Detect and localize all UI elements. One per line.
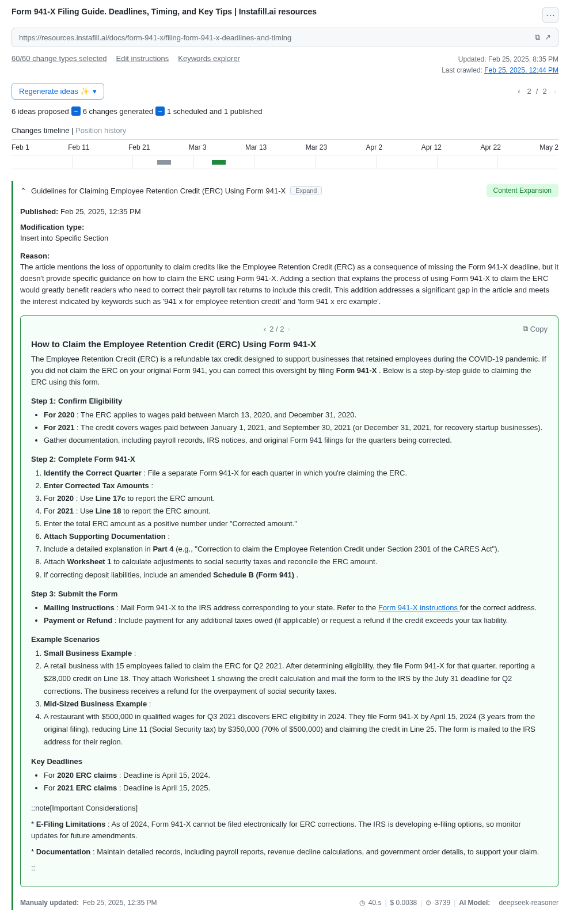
list-item: Identify the Correct Quarter : File a se… [44, 467, 548, 480]
content-heading: How to Claim the Employee Retention Cred… [31, 339, 548, 349]
published-label: Published: [20, 207, 58, 216]
note-item: * E-Filing Limitations : As of 2024, For… [31, 819, 548, 842]
card-title: Guidelines for Claiming Employee Retenti… [31, 187, 286, 195]
timeline-bar [212, 160, 226, 165]
copy-icon: ⧉ [523, 324, 528, 333]
list-item: Attach Worksheet 1 to calculate adjustme… [44, 556, 548, 568]
note-item: * Documentation : Maintain detailed reco… [31, 846, 548, 858]
list-item: Include a detailed explanation in Part 4… [44, 543, 548, 556]
note-close: :: [31, 862, 548, 874]
top-pager: ‹ 2 / 2 › [515, 86, 558, 97]
list-item: For 2021 : The credit covers wages paid … [44, 421, 548, 434]
edit-instructions-link[interactable]: Edit instructions [116, 54, 169, 63]
pager-next-icon[interactable]: › [552, 86, 558, 97]
meta-info: Updated: Feb 25, 2025, 8:35 PM Last craw… [442, 54, 558, 76]
list-item: For 2020 : The ERC applies to wages paid… [44, 409, 548, 421]
modification-type-label: Modification type: [20, 223, 558, 231]
timeline: Feb 1Feb 11Feb 21Mar 3Mar 13Mar 23Apr 2A… [12, 139, 558, 169]
chevron-down-icon: ▾ [93, 87, 97, 96]
list-item: A restaurant with $500,000 in qualified … [44, 710, 548, 748]
arrow-icon: → [155, 107, 165, 116]
idea-card: ⌃ Guidelines for Claiming Employee Reten… [12, 181, 558, 910]
status-row: 6 ideas proposed → 6 changes generated →… [12, 107, 558, 116]
collapse-icon[interactable]: ⌃ [20, 187, 26, 195]
card-footer: Manualy updated: Feb 25, 2025, 12:35 PM … [20, 895, 558, 910]
content-pager-next-icon[interactable]: › [287, 325, 290, 333]
list-item: For 2021 : Use Line 18 to report the ERC… [44, 505, 548, 518]
reason-label: Reason: [20, 252, 558, 260]
page-title: Form 941-X Filing Guide. Deadlines, Timi… [12, 7, 317, 16]
list-item: Enter the total ERC amount as a positive… [44, 518, 548, 530]
expand-button[interactable]: Expand [290, 186, 322, 195]
content-pager-prev-icon[interactable]: ‹ [264, 325, 266, 333]
deadlines-heading: Key Deadlines [31, 757, 548, 766]
keywords-explorer-link[interactable]: Keywords explorer [178, 54, 240, 63]
list-item: Mailing Instructions : Mail Form 941-X t… [44, 602, 548, 614]
list-item: Enter Corrected Tax Amounts : [44, 480, 548, 492]
list-item: Attach Supporting Documentation : [44, 530, 548, 543]
list-item: Mid-Sized Business Example : [44, 698, 548, 710]
list-item: Small Business Example : [44, 647, 548, 660]
url-bar: https://resources.instafill.ai/docs/form… [12, 28, 558, 47]
timeline-header: Changes timeline | Position history [12, 126, 558, 135]
list-item: Gather documentation, including payroll … [44, 434, 548, 447]
form-instructions-link[interactable]: Form 941-X instructions [378, 603, 460, 612]
open-url-icon[interactable]: ↗ [545, 33, 551, 42]
token-icon: ⊙ [425, 899, 431, 907]
published-value: Feb 25, 2025, 12:35 PM [60, 207, 140, 216]
examples-heading: Example Scenarios [31, 635, 548, 644]
step1-heading: Step 1: Confirm Eligibility [31, 397, 548, 405]
step3-heading: Step 3: Submit the Form [31, 590, 548, 598]
list-item: Payment or Refund : Include payment for … [44, 614, 548, 627]
arrow-icon: → [71, 107, 81, 116]
copy-url-icon[interactable]: ⧉ [535, 33, 540, 42]
regenerate-button[interactable]: Regenerate ideas ✨ ▾ [12, 83, 104, 100]
more-button[interactable]: ⋯ [542, 7, 558, 23]
pager-prev-icon[interactable]: ‹ [515, 86, 522, 97]
content-expansion-badge: Content Expansion [487, 184, 558, 197]
list-item: For 2021 ERC claims : Deadline is April … [44, 782, 548, 794]
last-crawled-link[interactable]: Feb 25, 2025, 12:44 PM [484, 66, 558, 74]
timeline-bar [157, 160, 171, 165]
list-item: For 2020 : Use Line 17c to report the ER… [44, 492, 548, 505]
note-open: ::note[Important Considerations] [31, 803, 548, 814]
list-item: For 2020 ERC claims : Deadline is April … [44, 769, 548, 782]
content-intro: The Employee Retention Credit (ERC) is a… [31, 353, 548, 388]
list-item: A retail business with 15 employees fail… [44, 660, 548, 698]
url-text: https://resources.instafill.ai/docs/form… [19, 33, 291, 42]
list-item: If correcting deposit liabilities, inclu… [44, 569, 548, 581]
generated-content: ‹ 2 / 2 › ⧉ Copy How to Claim the Employ… [20, 315, 558, 887]
clock-icon: ◷ [359, 899, 365, 907]
reason-text: The article mentions the loss of opportu… [20, 261, 558, 308]
change-types-link[interactable]: 60/60 change types selected [12, 54, 107, 63]
copy-button[interactable]: ⧉ Copy [523, 324, 548, 333]
modification-type-value: Insert into Specific Section [20, 233, 558, 244]
step2-heading: Step 2: Complete Form 941-X [31, 455, 548, 463]
